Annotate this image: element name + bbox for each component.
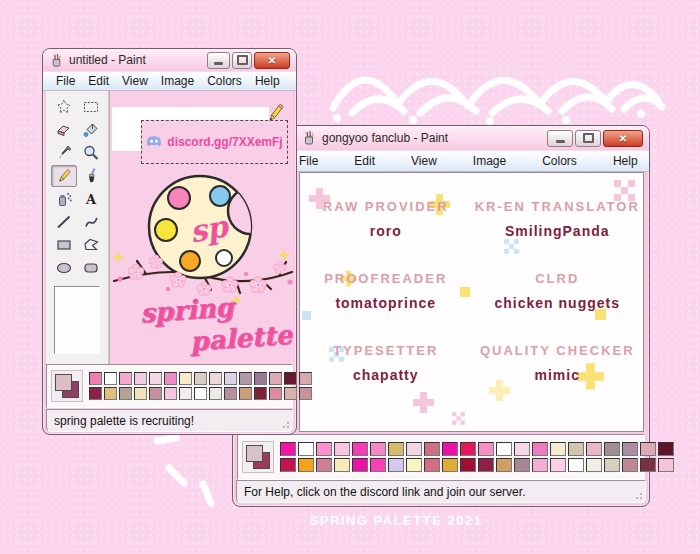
color-swatch[interactable] [550, 442, 566, 456]
color-swatch[interactable] [284, 372, 297, 385]
current-colors-indicator[interactable] [51, 370, 83, 402]
canvas[interactable]: RAW PROVIDERroroKR-EN TRANSLATORSmilingP… [299, 172, 644, 432]
color-swatch[interactable] [299, 387, 312, 400]
color-swatch[interactable] [269, 387, 282, 400]
color-swatch[interactable] [194, 372, 207, 385]
color-swatch[interactable] [424, 458, 440, 472]
color-swatch[interactable] [604, 442, 620, 456]
color-swatch[interactable] [89, 372, 102, 385]
color-swatch[interactable] [89, 387, 102, 400]
tool-brush[interactable] [78, 165, 104, 187]
tool-magnifier[interactable] [78, 142, 104, 164]
color-swatch[interactable] [119, 387, 132, 400]
minimize-button[interactable] [207, 52, 230, 69]
tool-free-form-select[interactable] [51, 96, 77, 118]
color-swatch[interactable] [496, 458, 512, 472]
color-swatch[interactable] [586, 458, 602, 472]
canvas[interactable]: discord.gg/7XXemFj [109, 91, 293, 364]
color-swatch[interactable] [209, 387, 222, 400]
close-button[interactable]: ✕ [603, 130, 643, 147]
color-swatch[interactable] [478, 442, 494, 456]
menu-item-image[interactable]: Image [473, 154, 506, 168]
menu-item-file[interactable]: File [56, 74, 75, 88]
color-swatch[interactable] [388, 458, 404, 472]
tool-rounded-rectangle[interactable] [78, 257, 104, 279]
menu-item-help[interactable]: Help [613, 154, 638, 168]
color-swatch[interactable] [209, 372, 222, 385]
color-swatch[interactable] [239, 372, 252, 385]
color-swatch[interactable] [104, 387, 117, 400]
color-swatch[interactable] [194, 387, 207, 400]
color-swatch[interactable] [388, 442, 404, 456]
color-swatch[interactable] [224, 387, 237, 400]
menu-item-help[interactable]: Help [255, 74, 280, 88]
color-swatch[interactable] [442, 442, 458, 456]
color-swatch[interactable] [298, 458, 314, 472]
color-swatch[interactable] [316, 458, 332, 472]
tool-color-picker[interactable] [51, 142, 77, 164]
close-button[interactable]: ✕ [254, 52, 290, 69]
color-swatch[interactable] [640, 458, 656, 472]
color-swatch[interactable] [254, 387, 267, 400]
color-swatch[interactable] [104, 372, 117, 385]
color-swatch[interactable] [134, 372, 147, 385]
discord-invite-link[interactable]: discord.gg/7XXemFj [167, 135, 282, 149]
tool-eraser[interactable] [51, 119, 77, 141]
maximize-button[interactable] [575, 130, 601, 147]
color-swatch[interactable] [658, 458, 674, 472]
resize-grip[interactable] [633, 490, 642, 499]
color-swatch[interactable] [119, 372, 132, 385]
color-swatch[interactable] [532, 442, 548, 456]
color-swatch[interactable] [280, 442, 296, 456]
color-swatch[interactable] [604, 458, 620, 472]
color-swatch[interactable] [496, 442, 512, 456]
menu-item-colors[interactable]: Colors [207, 74, 242, 88]
title-bar[interactable]: untitled - Paint ✕ [43, 49, 296, 71]
color-swatch[interactable] [370, 442, 386, 456]
menu-item-view[interactable]: View [411, 154, 437, 168]
current-colors-indicator[interactable] [242, 441, 274, 473]
tool-curve[interactable] [78, 211, 104, 233]
color-swatch[interactable] [298, 442, 314, 456]
color-swatch[interactable] [179, 387, 192, 400]
color-swatch[interactable] [568, 442, 584, 456]
tool-polygon[interactable] [78, 234, 104, 256]
color-swatch[interactable] [284, 387, 297, 400]
color-swatch[interactable] [224, 372, 237, 385]
tool-line[interactable] [51, 211, 77, 233]
color-swatch[interactable] [254, 372, 267, 385]
color-swatch[interactable] [460, 458, 476, 472]
color-swatch[interactable] [424, 442, 440, 456]
color-swatch[interactable] [442, 458, 458, 472]
color-swatch[interactable] [134, 387, 147, 400]
menu-item-image[interactable]: Image [161, 74, 194, 88]
minimize-button[interactable] [547, 130, 573, 147]
color-swatch[interactable] [316, 442, 332, 456]
color-swatch[interactable] [179, 372, 192, 385]
color-swatch[interactable] [658, 442, 674, 456]
menu-item-edit[interactable]: Edit [354, 154, 375, 168]
color-swatch[interactable] [532, 458, 548, 472]
menu-item-colors[interactable]: Colors [542, 154, 577, 168]
menu-item-edit[interactable]: Edit [88, 74, 109, 88]
color-swatch[interactable] [460, 442, 476, 456]
color-swatch[interactable] [164, 372, 177, 385]
color-swatch[interactable] [334, 442, 350, 456]
color-swatch[interactable] [149, 387, 162, 400]
tool-select[interactable] [78, 96, 104, 118]
color-swatch[interactable] [586, 442, 602, 456]
color-swatch[interactable] [622, 442, 638, 456]
tool-ellipse[interactable] [51, 257, 77, 279]
color-swatch[interactable] [299, 372, 312, 385]
color-swatch[interactable] [568, 458, 584, 472]
color-swatch[interactable] [280, 458, 296, 472]
color-swatch[interactable] [514, 442, 530, 456]
color-swatch[interactable] [622, 458, 638, 472]
color-swatch[interactable] [239, 387, 252, 400]
tool-rectangle[interactable] [51, 234, 77, 256]
color-swatch[interactable] [550, 458, 566, 472]
color-swatch[interactable] [514, 458, 530, 472]
color-swatch[interactable] [406, 442, 422, 456]
color-swatch[interactable] [370, 458, 386, 472]
color-swatch[interactable] [352, 442, 368, 456]
